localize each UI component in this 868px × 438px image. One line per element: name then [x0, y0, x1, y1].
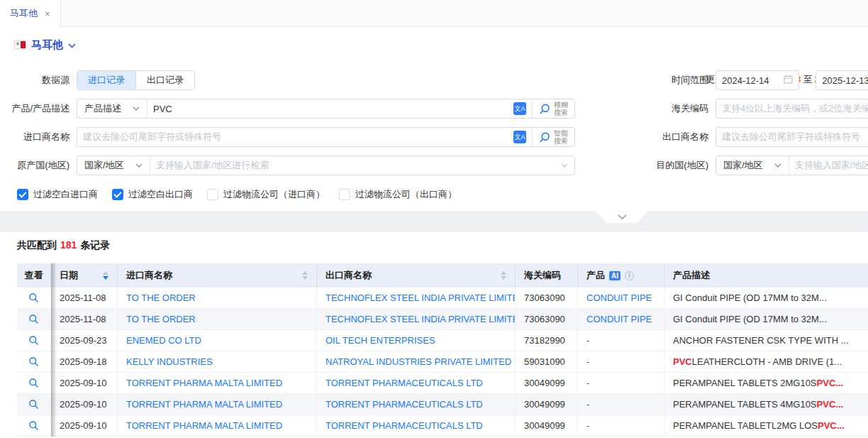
view-button[interactable]	[17, 351, 51, 372]
ai-badge: AI	[609, 271, 621, 280]
date-from-input[interactable]: 2024-12-14	[716, 70, 799, 90]
importer-cell: TO THE ORDER	[118, 309, 317, 329]
keyword-highlight: PVC...	[818, 420, 845, 431]
checkbox-icon[interactable]	[112, 189, 123, 200]
view-button[interactable]	[17, 330, 51, 351]
importer-link[interactable]: TO THE ORDER	[126, 314, 196, 324]
exporter-link[interactable]: NATROYAL INDUSTRIES PRIVATE LIMITED	[326, 356, 511, 367]
column-label: 进口商名称	[126, 269, 172, 282]
country-header[interactable]: ✚ 马耳他	[14, 37, 868, 53]
translate-icon[interactable]: 文A	[513, 131, 526, 143]
chevron-down-icon	[561, 156, 574, 175]
sort-control[interactable]	[501, 271, 506, 280]
data-source-label: 数据源	[0, 74, 69, 87]
importer-link[interactable]: TO THE ORDER	[126, 292, 196, 303]
importer-link[interactable]: TORRENT PHARMA MALTA LIMITED	[126, 399, 282, 410]
origin-country-input[interactable]: 支持输入国家/地区进行检索	[150, 156, 561, 175]
keyword-highlight: PVC...	[817, 399, 844, 410]
translate-icon[interactable]: 文A	[513, 102, 526, 115]
tab-import-records[interactable]: 进口记录	[77, 71, 135, 89]
product-empty: -	[586, 420, 589, 431]
date-cell: 2025-11-08	[51, 288, 118, 308]
table-row: 2025-09-10TORRENT PHARMA MALTA LIMITEDTO…	[17, 373, 868, 394]
product-link[interactable]: CONDUIT PIPE	[586, 314, 652, 324]
hs-code-cell: 30049099	[516, 394, 578, 415]
exporter-link[interactable]: TORRENT PHARMACEUTICALS LTD	[326, 378, 483, 388]
exporter-link[interactable]: TECHNOFLEX STEEL INDIA PRIVATE LIMITED	[326, 292, 516, 303]
checkbox-icon[interactable]	[17, 189, 28, 200]
column-header-2[interactable]: 进口商名称	[118, 263, 317, 288]
checkbox-filter-logistics-importer[interactable]: 过滤物流公司（进口商）	[207, 188, 325, 201]
table-body: 2025-11-08TO THE ORDERTECHNOFLEX STEEL I…	[17, 288, 868, 437]
dest-country-group: 国家/地区 支持输入国家/地区进行检索	[716, 155, 868, 175]
page-title: 马耳他	[31, 38, 63, 52]
info-icon[interactable]: i	[625, 271, 634, 280]
close-icon[interactable]: ×	[45, 9, 50, 19]
table-row: 2025-09-18KELLY INDUSTRIESNATROYAL INDUS…	[17, 351, 868, 373]
column-header-3[interactable]: 出口商名称	[317, 263, 516, 288]
malta-flag-icon: ✚	[14, 40, 26, 49]
sort-asc-icon[interactable]	[302, 271, 308, 275]
tab-export-records[interactable]: 出口记录	[135, 71, 194, 89]
date-range-separator: –	[805, 75, 810, 86]
exporter-input[interactable]: 建议去除公司尾部字符或特殊符号	[716, 127, 868, 147]
importer-input[interactable]: 建议去除公司尾部字符或特殊符号 文A	[77, 128, 532, 146]
sort-control[interactable]	[103, 271, 108, 280]
importer-link[interactable]: TORRENT PHARMA MALTA LIMITED	[126, 378, 282, 388]
date-to-input[interactable]: 2025-12-13	[816, 70, 868, 90]
hs-code-input[interactable]: 支持4位以上海关编码，或2位海关编码加…	[716, 99, 868, 119]
date-cell: 2025-09-10	[51, 415, 118, 436]
origin-country-group: 国家/地区 支持输入国家/地区进行检索	[77, 155, 575, 175]
importer-input-group: 建议去除公司尾部字符或特殊符号 文A 智能搜索	[77, 127, 575, 147]
column-label: 查看	[25, 269, 43, 282]
checkbox-filter-blank-exporter[interactable]: 过滤空白出口商	[112, 188, 193, 201]
sort-desc-icon[interactable]	[501, 276, 506, 280]
exporter-link[interactable]: OIL TECH ENTERPRISES	[326, 335, 435, 346]
tab-malta[interactable]: 马耳他 ×	[0, 0, 61, 27]
sort-control[interactable]	[302, 271, 308, 280]
checkbox-filter-logistics-exporter[interactable]: 过滤物流公司（出口商）	[339, 188, 457, 201]
origin-country-type-select[interactable]: 国家/地区	[77, 156, 150, 175]
product-filter-label: 产品/产品描述	[0, 102, 69, 115]
product-type-select[interactable]: 产品描述	[77, 99, 148, 118]
product-cell: -	[578, 330, 664, 351]
checkbox-icon[interactable]	[339, 189, 350, 200]
collapse-filters-button[interactable]	[596, 211, 648, 223]
importer-link[interactable]: KELLY INDUSTRIES	[126, 356, 213, 367]
time-range-label: 时间范围	[642, 74, 708, 87]
importer-cell: TORRENT PHARMA MALTA LIMITED	[118, 415, 317, 436]
dest-country-input[interactable]: 支持输入国家/地区进行检索	[789, 156, 868, 175]
importer-link[interactable]: TORRENT PHARMA MALTA LIMITED	[126, 420, 282, 431]
product-empty: -	[586, 356, 589, 367]
view-button[interactable]	[17, 394, 51, 415]
results-table: 查看日期进口商名称出口商名称海关编码产品AIi产品描述 2025-11-08TO…	[17, 263, 868, 437]
exporter-link[interactable]: TORRENT PHARMACEUTICALS LTD	[326, 399, 483, 410]
sort-asc-icon[interactable]	[501, 271, 506, 275]
view-button[interactable]	[17, 373, 51, 393]
product-cell: CONDUIT PIPE	[578, 288, 664, 308]
exporter-link[interactable]: TORRENT PHARMACEUTICALS LTD	[326, 420, 483, 431]
dest-country-type-select[interactable]: 国家/地区	[716, 156, 789, 175]
column-header-1[interactable]: 日期	[51, 263, 118, 288]
view-search-icon	[28, 335, 39, 346]
importer-link[interactable]: ENEMED CO LTD	[126, 335, 201, 346]
sort-desc-icon[interactable]	[103, 276, 108, 280]
fuzzy-search-button[interactable]: 模糊搜索	[532, 99, 574, 118]
checkbox-icon[interactable]	[207, 189, 218, 200]
view-search-icon	[28, 420, 39, 431]
product-cell: -	[578, 394, 664, 415]
product-search-input[interactable]: PVC 文A	[148, 99, 532, 118]
chevron-down-icon[interactable]	[68, 40, 76, 50]
exporter-link[interactable]: TECHNOFLEX STEEL INDIA PRIVATE LIMITED	[326, 314, 516, 324]
tab-strip: 马耳他 ×	[0, 0, 868, 27]
column-header-0: 查看	[17, 263, 51, 288]
view-button[interactable]	[17, 415, 51, 436]
view-button[interactable]	[17, 288, 51, 308]
sort-asc-icon[interactable]	[103, 271, 108, 275]
hs-code-cell: 30049099	[516, 415, 578, 436]
product-link[interactable]: CONDUIT PIPE	[586, 292, 652, 303]
checkbox-filter-blank-importer[interactable]: 过滤空白进口商	[17, 188, 98, 201]
sort-desc-icon[interactable]	[302, 276, 308, 280]
view-button[interactable]	[17, 309, 51, 329]
smart-search-button[interactable]: 智能搜索	[532, 128, 574, 146]
